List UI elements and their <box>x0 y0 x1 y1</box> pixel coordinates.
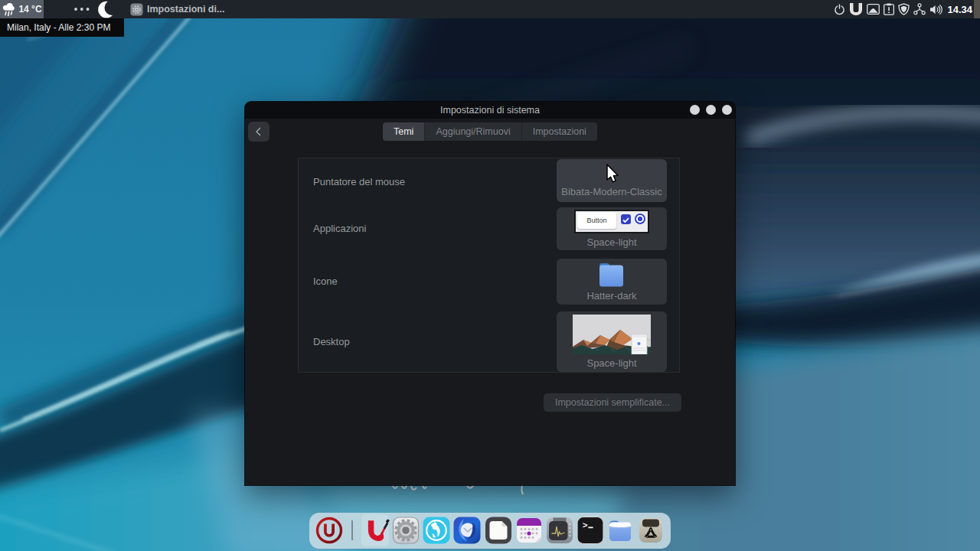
svg-text:>: > <box>583 521 588 530</box>
